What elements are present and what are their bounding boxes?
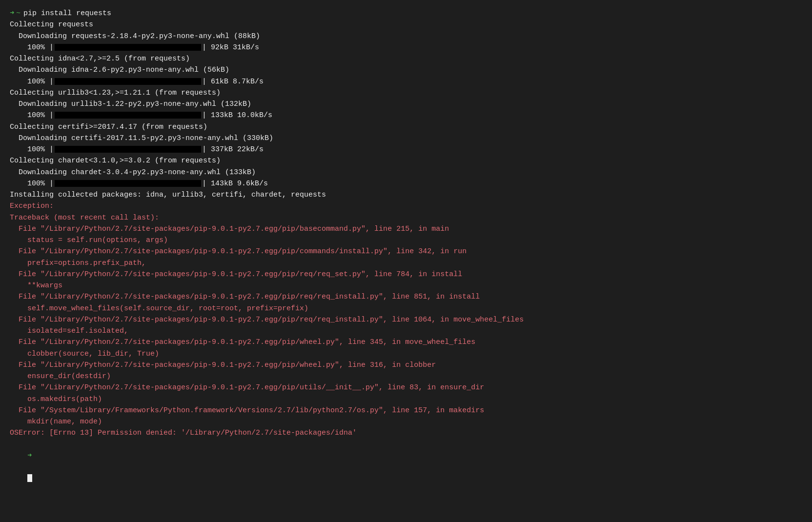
- terminal-line: OSError: [Errno 13] Permission denied: '…: [10, 427, 802, 439]
- terminal-line: File "/Library/Python/2.7/site-packages/…: [10, 337, 802, 348]
- terminal-line: Installing collected packages: idna, url…: [10, 189, 802, 201]
- terminal-line: Collecting certifi>=2017.4.17 (from requ…: [10, 121, 802, 133]
- cursor-tilde: [29, 463, 38, 471]
- terminal-line: File "/Library/Python/2.7/site-packages/…: [10, 246, 802, 257]
- terminal-line: File "/Library/Python/2.7/site-packages/…: [10, 382, 802, 393]
- terminal-output: ➜ ~ pip install requests Collecting requ…: [10, 8, 802, 496]
- terminal-line: ensure_dir(destdir): [10, 371, 802, 382]
- cursor-prompt-arrow: ➜: [27, 452, 32, 460]
- terminal-line: isolated=self.isolated,: [10, 325, 802, 337]
- terminal-line: File "/Library/Python/2.7/site-packages/…: [10, 223, 802, 235]
- terminal-line: 100% || 92kB 31kB/s: [10, 42, 802, 53]
- terminal-line: File "/Library/Python/2.7/site-packages/…: [10, 360, 802, 371]
- terminal-line: 100% || 61kB 8.7kB/s: [10, 76, 802, 87]
- terminal-line: Collecting urllib3<1.23,>=1.21.1 (from r…: [10, 87, 802, 99]
- terminal-line: Collecting chardet<3.1.0,>=3.0.2 (from r…: [10, 155, 802, 166]
- terminal-line: File "/Library/Python/2.7/site-packages/…: [10, 269, 802, 280]
- prompt-tilde: ~: [16, 8, 20, 19]
- terminal-line: 100% || 133kB 10.0kB/s: [10, 110, 802, 121]
- terminal-line: File "/System/Library/Frameworks/Python.…: [10, 405, 802, 416]
- terminal-line: **kwargs: [10, 280, 802, 291]
- terminal-line: 100% || 143kB 9.6kB/s: [10, 178, 802, 189]
- cursor-line: ➜: [10, 439, 802, 496]
- terminal-line: os.makedirs(path): [10, 394, 802, 405]
- terminal-line: Collecting requests: [10, 19, 802, 30]
- terminal-line: Traceback (most recent call last):: [10, 212, 802, 223]
- terminal-line: Collecting idna<2.7,>=2.5 (from requests…: [10, 53, 802, 64]
- terminal-line: prefix=options.prefix_path,: [10, 258, 802, 269]
- terminal-line: clobber(source, lib_dir, True): [10, 348, 802, 360]
- terminal-line: File "/Library/Python/2.7/site-packages/…: [10, 314, 802, 325]
- terminal-line: Downloading certifi-2017.11.5-py2.py3-no…: [10, 133, 802, 144]
- terminal-line: Downloading urllib3-1.22-py2.py3-none-an…: [10, 99, 802, 110]
- terminal-line: File "/Library/Python/2.7/site-packages/…: [10, 291, 802, 302]
- cursor-blink: [27, 474, 32, 482]
- terminal-line: Downloading idna-2.6-py2.py3-none-any.wh…: [10, 64, 802, 76]
- terminal-line: 100% || 337kB 22kB/s: [10, 144, 802, 155]
- prompt-line: ➜ ~ pip install requests: [10, 8, 802, 19]
- terminal-line: Exception:: [10, 201, 802, 212]
- terminal-lines: Collecting requests Downloading requests…: [10, 19, 802, 439]
- terminal-line: Downloading requests-2.18.4-py2.py3-none…: [10, 31, 802, 42]
- prompt-command: pip install requests: [23, 8, 111, 19]
- terminal-line: mkdir(name, mode): [10, 416, 802, 427]
- prompt-arrow-icon: ➜: [10, 8, 14, 19]
- terminal-line: self.move_wheel_files(self.source_dir, r…: [10, 303, 802, 314]
- terminal-line: Downloading chardet-3.0.4-py2.py3-none-a…: [10, 167, 802, 178]
- terminal-line: status = self.run(options, args): [10, 235, 802, 246]
